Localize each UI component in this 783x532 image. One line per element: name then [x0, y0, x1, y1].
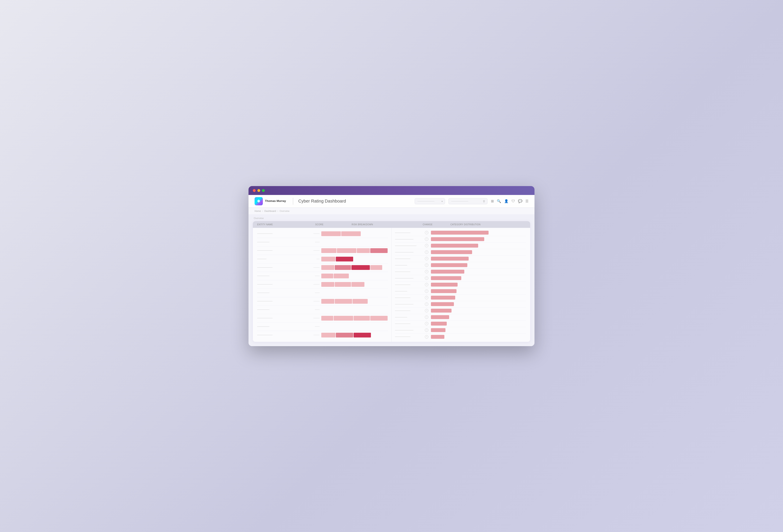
table-row[interactable]: ──────────────: [257, 229, 388, 238]
horizontal-bar: [431, 263, 467, 267]
logo-icon: [255, 197, 263, 205]
list-item[interactable]: ────────?: [395, 314, 526, 321]
row-label: ────────: [257, 325, 292, 328]
list-item[interactable]: ──────────?: [395, 294, 526, 301]
user-icon[interactable]: 👤: [504, 199, 508, 203]
right-label: ────────: [395, 264, 423, 267]
nav-search-placeholder: ──────────: [451, 200, 468, 202]
traffic-light-red[interactable]: [253, 189, 256, 192]
table-row[interactable]: ───────────: [257, 306, 388, 314]
breadcrumb-sep-1: ›: [262, 210, 263, 213]
info-icon[interactable]: ?: [425, 335, 428, 339]
bar-container: [431, 296, 526, 300]
list-item[interactable]: ──────────────?: [395, 243, 526, 249]
list-item[interactable]: ──────────?: [395, 256, 526, 262]
nav-dropdown[interactable]: ────────── ▾: [415, 198, 445, 204]
table-row[interactable]: ───────────: [257, 289, 388, 297]
chat-icon[interactable]: 💬: [518, 199, 522, 203]
info-icon[interactable]: ?: [425, 238, 428, 241]
list-item[interactable]: ────────────?: [395, 249, 526, 256]
search-icon: ⚲: [483, 199, 485, 203]
info-icon[interactable]: ?: [425, 250, 428, 254]
traffic-light-yellow[interactable]: [257, 189, 260, 192]
table-row[interactable]: ──────────────: [257, 297, 388, 306]
row-value: ───: [293, 291, 320, 294]
menu-icon[interactable]: ☰: [525, 199, 528, 203]
table-row[interactable]: ──────────────: [257, 247, 388, 255]
table-row[interactable]: ──────────────: [257, 280, 388, 289]
nav-search[interactable]: ────────── ⚲: [448, 198, 488, 204]
info-icon[interactable]: ?: [425, 328, 428, 332]
list-item[interactable]: ────────?: [395, 288, 526, 294]
info-icon[interactable]: ?: [425, 257, 428, 260]
table-row[interactable]: ──────────────: [257, 331, 388, 339]
list-item[interactable]: ────────────?: [395, 327, 526, 334]
info-icon[interactable]: ?: [425, 263, 428, 267]
bar-segment: [321, 248, 337, 253]
info-icon[interactable]: ?: [425, 276, 428, 280]
breadcrumb-home[interactable]: Home: [255, 210, 261, 212]
breadcrumb-dashboard[interactable]: Dashboard: [264, 210, 276, 212]
row-value: ────: [293, 317, 320, 319]
bar-container: [431, 231, 526, 234]
row-label: ──────────: [257, 249, 292, 252]
row-label: ──────────: [257, 283, 292, 285]
table-row[interactable]: ───────────: [257, 272, 388, 280]
table-row[interactable]: ──────────────: [257, 263, 388, 272]
breadcrumb-overview[interactable]: Overview: [280, 210, 289, 212]
info-icon[interactable]: ?: [425, 315, 428, 319]
list-item[interactable]: ────────?: [395, 262, 526, 269]
table-row[interactable]: ───────────: [257, 322, 388, 331]
right-label: ──────────: [395, 310, 423, 312]
right-label: ────────────: [395, 238, 423, 241]
bar-segment: [335, 299, 352, 304]
bar-container: [431, 322, 526, 325]
right-label: ──────────: [395, 322, 423, 325]
traffic-light-green[interactable]: [262, 189, 265, 192]
info-icon[interactable]: ?: [425, 231, 428, 234]
logo-divider: [293, 198, 293, 205]
list-item[interactable]: ────────────?: [395, 301, 526, 308]
info-icon[interactable]: ?: [425, 322, 428, 325]
list-item[interactable]: ──────────?: [395, 321, 526, 327]
info-icon[interactable]: ?: [425, 296, 428, 300]
list-item[interactable]: ──────────?: [395, 308, 526, 314]
list-item[interactable]: ──────────?: [395, 282, 526, 288]
table-row[interactable]: ────────: [257, 255, 388, 263]
header-change: Change: [423, 223, 449, 226]
info-icon[interactable]: ?: [425, 289, 428, 293]
list-item[interactable]: ──────────?: [395, 229, 526, 236]
row-value: ────: [293, 300, 320, 303]
list-item[interactable]: ────────────?: [395, 275, 526, 282]
shield-icon[interactable]: 🛡: [511, 199, 515, 203]
logo-text: Thomas Murray: [265, 199, 286, 203]
search-icon[interactable]: 🔍: [497, 199, 501, 203]
right-label: ──────────: [395, 271, 423, 273]
list-item[interactable]: ──────────?: [395, 269, 526, 275]
bar-group: [321, 248, 388, 254]
info-icon[interactable]: ?: [425, 283, 428, 286]
info-icon[interactable]: ?: [425, 270, 428, 273]
table-row[interactable]: ──────────────: [257, 314, 388, 322]
grid-icon[interactable]: ⊞: [491, 199, 494, 203]
bar-group: [321, 273, 388, 279]
table-row[interactable]: ───────────: [257, 238, 388, 247]
list-item[interactable]: ────────────?: [395, 236, 526, 243]
list-item[interactable]: ──────────?: [395, 334, 526, 340]
bar-container: [431, 315, 526, 319]
bar-group: [321, 281, 388, 287]
info-icon[interactable]: ?: [425, 244, 428, 247]
bar-group: [321, 332, 388, 338]
breadcrumb-sep-2: ›: [277, 210, 278, 213]
info-icon[interactable]: ?: [425, 309, 428, 312]
horizontal-bar: [431, 237, 484, 241]
horizontal-bar: [431, 309, 451, 313]
horizontal-bar: [431, 322, 447, 325]
horizontal-bar: [431, 328, 445, 332]
bar-group: [321, 264, 388, 271]
bar-segment: [334, 316, 353, 321]
right-label: ──────────: [395, 257, 423, 260]
horizontal-bar: [431, 244, 478, 248]
nav-bar: Thomas Murray Cyber Rating Dashboard ───…: [249, 195, 534, 208]
info-icon[interactable]: ?: [425, 303, 428, 306]
